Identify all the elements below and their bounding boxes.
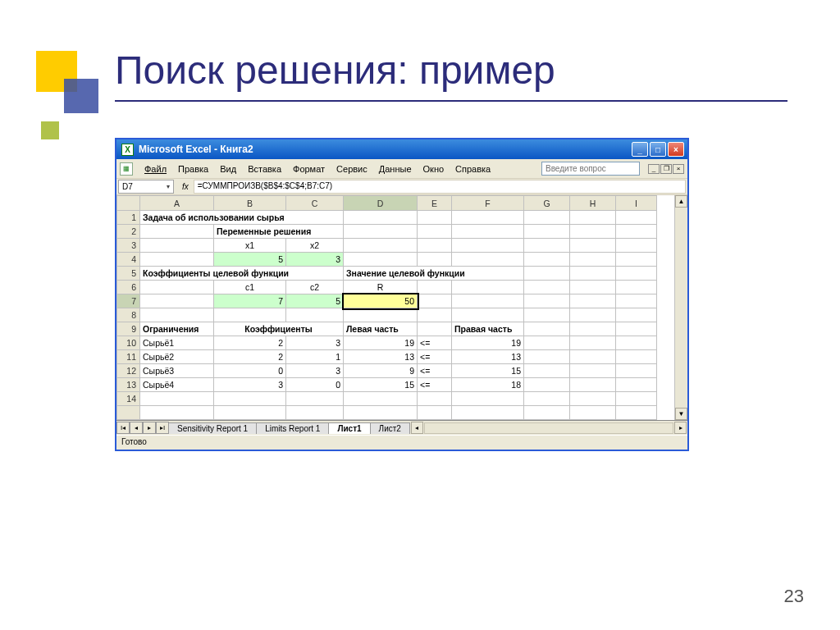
row-header-6[interactable]: 6 [117,281,140,294]
minimize-button[interactable]: _ [632,142,648,157]
cell-C10[interactable]: 3 [286,336,344,350]
tab-nav-prev[interactable]: ◂ [130,422,143,434]
cell-B11[interactable]: 2 [214,350,286,364]
col-header-F[interactable]: F [452,196,524,211]
cell-B4[interactable]: 5 [214,253,286,267]
scroll-up-icon[interactable]: ▲ [675,195,687,208]
cell-F13[interactable]: 18 [452,378,524,392]
scroll-down-icon[interactable]: ▼ [675,408,687,420]
cell-A11[interactable]: Сырьё2 [140,350,214,364]
cell-C3[interactable]: x2 [286,239,344,253]
cell-B9[interactable]: Коэффициенты [214,322,344,336]
menu-format[interactable]: Формат [288,162,330,176]
row-header-7[interactable]: 7 [117,294,140,308]
cell-D5[interactable]: Значение целевой функции [344,267,524,281]
doc-restore-button[interactable]: ❐ [660,164,672,174]
menu-file[interactable]: Файл [139,162,171,176]
cell-F11[interactable]: 13 [452,350,524,364]
col-header-B[interactable]: B [214,196,286,211]
tab-sheet1[interactable]: Лист1 [328,422,370,434]
cell-F9[interactable]: Правая часть [452,322,524,336]
row-header-12[interactable]: 12 [117,364,140,378]
menu-data[interactable]: Данные [374,162,417,176]
cell-A9[interactable]: Ограничения [140,322,214,336]
cell-B12[interactable]: 0 [214,364,286,378]
row-header-15[interactable] [117,406,140,420]
row-header-13[interactable]: 13 [117,378,140,392]
cell-D12[interactable]: 9 [344,364,418,378]
workbook-icon[interactable]: ▦ [120,162,133,176]
cell-D13[interactable]: 15 [344,378,418,392]
col-header-G[interactable]: G [524,196,570,211]
menu-insert[interactable]: Вставка [243,162,286,176]
cell-D10[interactable]: 19 [344,336,418,350]
row-header-11[interactable]: 11 [117,350,140,364]
menu-view[interactable]: Вид [215,162,241,176]
tab-nav-next[interactable]: ▸ [143,422,156,434]
spreadsheet-grid[interactable]: A B C D E F G H I 1 Задача об использова… [116,195,657,420]
cell-D11[interactable]: 13 [344,350,418,364]
tab-nav-first[interactable]: I◂ [116,422,130,434]
cell-C4[interactable]: 3 [286,253,344,267]
cell-B6[interactable]: c1 [214,281,286,294]
menu-help[interactable]: Справка [450,162,495,176]
fx-icon[interactable]: fx [182,182,189,191]
cell-A5[interactable]: Коэффициенты целевой функции [140,267,344,281]
cell-E10[interactable]: <= [418,336,452,350]
cell-D9[interactable]: Левая часть [344,322,418,336]
menu-tools[interactable]: Сервис [331,162,372,176]
cell-D6[interactable]: R [344,281,418,294]
col-header-A[interactable]: A [140,196,214,211]
cell-A10[interactable]: Сырьё1 [140,336,214,350]
cell-E13[interactable]: <= [418,378,452,392]
cell-B13[interactable]: 3 [214,378,286,392]
cell-C13[interactable]: 0 [286,378,344,392]
row-header-5[interactable]: 5 [117,267,140,281]
name-box[interactable]: D7 [118,180,174,194]
cell-C11[interactable]: 1 [286,350,344,364]
row-header-4[interactable]: 4 [117,253,140,267]
scroll-left-icon[interactable]: ◂ [411,422,423,434]
maximize-button[interactable]: □ [650,142,666,157]
doc-close-button[interactable]: × [673,164,684,174]
col-header-E[interactable]: E [418,196,452,211]
formula-input[interactable]: =СУММПРОИЗВ($B$4:$C$4;B7:C7) [194,180,686,194]
tab-sheet2[interactable]: Лист2 [370,422,410,434]
cell-F12[interactable]: 15 [452,364,524,378]
cell-B2[interactable]: Переменные решения [214,225,344,239]
tab-nav-last[interactable]: ▸I [156,422,169,434]
cell-A12[interactable]: Сырьё3 [140,364,214,378]
row-header-14[interactable]: 14 [117,392,140,406]
cell-E11[interactable]: <= [418,350,452,364]
menu-window[interactable]: Окно [418,162,450,176]
row-header-2[interactable]: 2 [117,225,140,239]
help-question-input[interactable] [541,162,640,176]
titlebar[interactable]: Microsoft Excel - Книга2 _ □ × [116,139,687,159]
cell-A1[interactable]: Задача об использовании сырья [140,211,344,225]
col-header-H[interactable]: H [570,196,616,211]
cell-B3[interactable]: x1 [214,239,286,253]
col-header-D[interactable]: D [344,196,418,211]
row-header-8[interactable]: 8 [117,308,140,322]
cell-C7[interactable]: 5 [286,294,344,308]
cell-F10[interactable]: 19 [452,336,524,350]
tab-sensitivity-report[interactable]: Sensitivity Report 1 [168,422,257,434]
doc-minimize-button[interactable]: _ [648,164,660,174]
scroll-right-icon[interactable]: ▸ [674,422,687,434]
cell-C12[interactable]: 3 [286,364,344,378]
cell-C6[interactable]: c2 [286,281,344,294]
menu-edit[interactable]: Правка [173,162,213,176]
col-header-C[interactable]: C [286,196,344,211]
row-header-3[interactable]: 3 [117,239,140,253]
cell-E12[interactable]: <= [418,364,452,378]
vertical-scrollbar[interactable]: ▲ ▼ [674,195,687,420]
select-all-corner[interactable] [117,196,140,211]
cell-D7[interactable]: 50 [344,294,418,308]
row-header-1[interactable]: 1 [117,211,140,225]
col-header-I[interactable]: I [616,196,657,211]
horizontal-scrollbar[interactable]: ◂ ▸ [410,422,687,434]
cell-B7[interactable]: 7 [214,294,286,308]
close-button[interactable]: × [668,142,684,157]
tab-limits-report[interactable]: Limits Report 1 [256,422,329,434]
cell-A13[interactable]: Сырьё4 [140,378,214,392]
